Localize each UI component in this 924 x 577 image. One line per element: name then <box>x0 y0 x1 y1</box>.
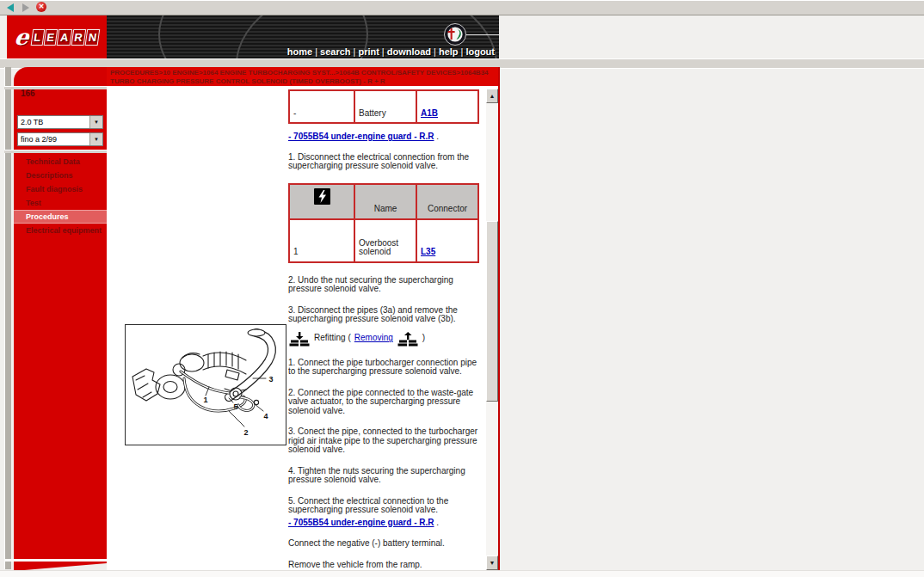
sidebar: 166 2.0 TB ▼ fino a 2/99 ▼ Technical Dat… <box>14 67 107 559</box>
model-year-value: fino a 2/99 <box>21 135 57 144</box>
nav-search[interactable]: search <box>320 46 350 57</box>
scrollbar-thumb[interactable] <box>486 221 498 402</box>
sidebar-item-electrical-equipment[interactable]: Electrical equipment <box>14 224 107 237</box>
under-engine-guard-line: - 7055B54 under-engine guard - R.R . <box>288 132 486 142</box>
connector-link-a1b[interactable]: A1B <box>421 108 438 118</box>
elearn-logo[interactable]: e L E A R N <box>7 15 107 58</box>
browser-toolbar: ✕ <box>0 0 924 15</box>
nav-separator: | <box>461 46 464 57</box>
scroll-down-button[interactable]: ▼ <box>486 556 498 570</box>
sidebar-item-fault-diagnosis[interactable]: Fault diagnosis <box>14 182 107 196</box>
connector-table: Name Connector 1 Overboost solenoid L35 <box>288 183 479 263</box>
refitting-label: Refitting ( <box>314 334 351 343</box>
table-row: 1 Overboost solenoid L35 <box>289 219 478 262</box>
close-icon: ✕ <box>36 2 46 12</box>
logo-letter: L <box>30 29 45 46</box>
model-year-dropdown[interactable]: fino a 2/99 ▼ <box>17 132 103 146</box>
name-header-cell: Name <box>354 184 416 219</box>
closing-step: Remove the vehicle from the ramp. <box>288 561 486 570</box>
nav-separator: | <box>434 46 436 57</box>
procedure-step: 3. Disconnect the pipes (3a) and remove … <box>288 306 486 324</box>
sidebar-item-technical-data[interactable]: Technical Data <box>14 155 107 169</box>
table-header-row: Name Connector <box>289 184 478 219</box>
elearn-window: ✕ e L E A R N home|search|print|download… <box>0 0 924 577</box>
nav-home[interactable]: home <box>287 46 312 57</box>
nav-separator: | <box>315 46 317 57</box>
item-name-cell: Overboost solenoid <box>354 219 416 262</box>
table-row: - Battery A1B <box>289 90 478 123</box>
guard-line-suffix: . <box>434 518 439 527</box>
procedure-figure: 1 2 3 4 5 <box>125 324 286 445</box>
connector-header-cell: Connector <box>416 184 478 219</box>
back-arrow-icon <box>7 3 14 12</box>
refit-press-down-icon <box>288 331 311 347</box>
under-engine-guard-line: - 7055B54 under-engine guard - R.R . <box>288 519 486 528</box>
model-title: 166 <box>21 89 35 98</box>
logo-letter: R <box>71 29 86 46</box>
procedure-step: 2. Connect the pipe connected to the was… <box>288 389 486 416</box>
close-button[interactable]: ✕ <box>35 1 47 12</box>
sidebar-divider <box>4 150 107 153</box>
figure-label-1: 1 <box>203 396 207 404</box>
header-nav: home|search|print|download|help|logout <box>287 46 495 57</box>
nav-help[interactable]: help <box>439 46 459 57</box>
procedure-text-column: - Battery A1B - 7055B54 under-engine gua… <box>288 89 486 577</box>
left-rail <box>4 67 11 569</box>
under-engine-guard-link[interactable]: - 7055B54 under-engine guard - R.R <box>288 518 434 527</box>
remove-press-up-icon <box>397 331 419 347</box>
removing-link[interactable]: Removing <box>354 334 393 343</box>
battery-table: - Battery A1B <box>288 89 479 124</box>
guard-line-suffix: . <box>434 132 439 141</box>
figure-label-4: 4 <box>263 412 268 420</box>
chevron-down-icon[interactable]: ▼ <box>89 116 102 128</box>
sidebar-item-procedures[interactable]: Procedures <box>14 210 107 224</box>
content-scrollbar[interactable]: ▲ ▼ <box>486 89 498 570</box>
content-right-border <box>498 67 500 570</box>
forward-arrow-icon <box>22 3 29 12</box>
logo-letter: E <box>43 29 58 46</box>
nav-print[interactable]: print <box>358 46 379 57</box>
header-divider-line <box>466 34 499 35</box>
nav-logout[interactable]: logout <box>465 46 495 57</box>
refitting-row: Refitting ( Removing ) <box>288 329 486 348</box>
closing-step: Connect the negative (-) battery termina… <box>288 539 486 549</box>
alfa-romeo-logo-icon <box>444 23 466 46</box>
header-banner: home|search|print|download|help|logout <box>107 15 499 58</box>
figure-label-3: 3 <box>268 375 273 384</box>
breadcrumb: PROCEDURES>10 ENGINE>1064 ENGINE TURBOCH… <box>107 67 499 86</box>
figure-label-2: 2 <box>243 428 248 437</box>
procedure-step: 2. Undo the nut securing the superchargi… <box>288 276 486 294</box>
figure-label-5: 5 <box>233 402 237 411</box>
under-engine-guard-link[interactable]: - 7055B54 under-engine guard - R.R <box>288 132 434 141</box>
connector-link-l35[interactable]: L35 <box>421 247 435 256</box>
sidebar-menu: Technical Data Descriptions Fault diagno… <box>14 155 107 237</box>
sidebar-divider <box>4 86 107 89</box>
procedure-step: 4. Tighten the nuts securing the superch… <box>288 467 486 485</box>
lightning-icon <box>314 188 330 205</box>
scroll-up-button[interactable]: ▲ <box>486 89 498 103</box>
procedure-step: 1. Disconnect the electrical connection … <box>288 153 486 171</box>
nav-separator: | <box>382 46 385 57</box>
elearn-logo-text: e L E A R N <box>13 28 100 46</box>
sidebar-bottom-line <box>4 559 107 562</box>
item-connector-cell: L35 <box>416 219 478 262</box>
forward-button[interactable] <box>20 2 32 13</box>
procedure-step: 3. Conect the pipe, connected to the tur… <box>288 427 486 455</box>
sidebar-item-descriptions[interactable]: Descriptions <box>14 169 107 182</box>
procedure-diagram: 1 2 3 4 5 <box>126 325 286 445</box>
chevron-down-icon[interactable]: ▼ <box>89 133 102 145</box>
engine-version-value: 2.0 TB <box>21 118 43 126</box>
battery-item-cell: - <box>289 90 354 123</box>
logo-letter: N <box>84 29 100 46</box>
back-button[interactable] <box>4 2 16 13</box>
engine-version-dropdown[interactable]: 2.0 TB ▼ <box>17 115 103 129</box>
procedure-step: 1. Connect the pipe turbocharger connect… <box>288 359 486 377</box>
item-number-cell: 1 <box>289 219 354 262</box>
logo-letter-e: e <box>13 28 29 46</box>
procedure-step: 5. Connect the electrical connection to … <box>288 497 486 515</box>
electrical-header-cell <box>289 184 354 219</box>
nav-separator: | <box>354 46 356 57</box>
sidebar-item-test[interactable]: Test <box>14 196 107 210</box>
nav-download[interactable]: download <box>387 46 431 57</box>
battery-connector-cell: A1B <box>416 90 478 123</box>
